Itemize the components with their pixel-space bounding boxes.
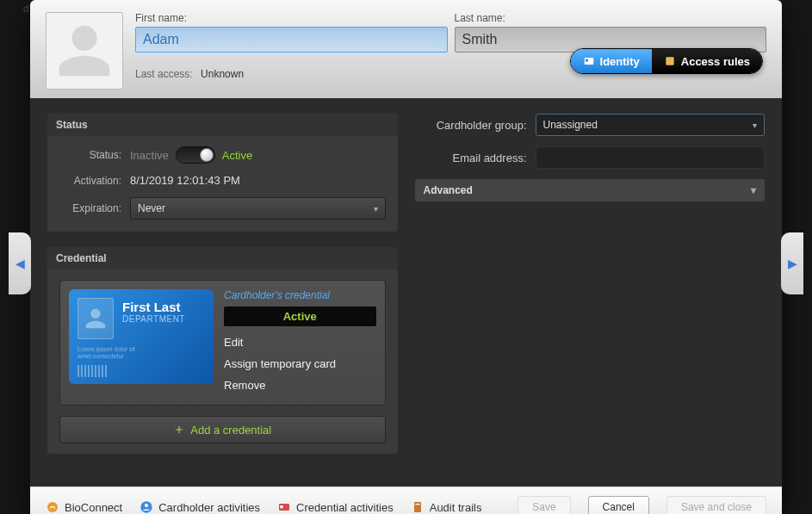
cardholder-activities-link[interactable]: Cardholder activities <box>139 500 260 514</box>
save-and-close-button[interactable]: Save and close <box>666 496 766 514</box>
credential-edit-link[interactable]: Edit <box>224 331 376 353</box>
credential-panel-title: Credential <box>47 247 398 269</box>
bioconnect-link[interactable]: BioConnect <box>46 500 122 514</box>
tab-identity[interactable]: Identity <box>571 49 652 73</box>
view-tabs: Identity Access rules <box>570 48 763 74</box>
status-active-text: Active <box>222 149 252 162</box>
credential-title: Cardholder's credential <box>224 289 376 301</box>
email-input[interactable] <box>536 146 766 169</box>
advanced-toggle[interactable]: Advanced <box>415 179 766 201</box>
id-card-preview: First Last DEPARTMENT Lorem ipsum dolor … <box>69 289 214 384</box>
credential-card[interactable]: First Last DEPARTMENT Lorem ipsum dolor … <box>59 280 386 406</box>
credential-panel: Credential First Last DEPARTMENT Lorem i… <box>47 247 398 454</box>
cardholder-dialog: First name: Last name: Last access: Unkn… <box>30 0 782 514</box>
credential-activities-link[interactable]: Credential activities <box>277 500 394 514</box>
status-panel-title: Status <box>47 114 398 136</box>
status-panel: Status Status: Inactive Active Activatio… <box>47 114 398 232</box>
tab-access-rules[interactable]: Access rules <box>652 49 762 73</box>
barcode-icon <box>77 365 107 377</box>
last-name-label: Last name: <box>455 12 767 24</box>
svg-rect-1 <box>585 59 587 62</box>
expiration-select[interactable]: Never <box>130 197 386 220</box>
first-name-label: First name: <box>135 12 448 24</box>
expiration-label: Expiration: <box>59 202 121 214</box>
save-button[interactable]: Save <box>518 496 570 514</box>
cardholder-group-select[interactable]: Unassigned <box>536 114 766 136</box>
id-card-dept: DEPARTMENT <box>77 314 205 324</box>
last-access-value: Unknown <box>201 68 244 80</box>
email-label: Email address: <box>415 152 527 164</box>
svg-point-5 <box>145 504 148 507</box>
cardholder-group-label: Cardholder group: <box>415 119 527 132</box>
svg-rect-9 <box>415 504 419 505</box>
audit-trails-link[interactable]: Audit trails <box>411 500 482 514</box>
activation-label: Activation: <box>59 175 121 187</box>
svg-rect-2 <box>666 57 673 65</box>
cancel-button[interactable]: Cancel <box>588 496 649 514</box>
svg-rect-7 <box>280 505 282 508</box>
credential-remove-link[interactable]: Remove <box>224 375 376 396</box>
status-label: Status: <box>59 149 121 161</box>
prev-record-arrow[interactable]: ◀ <box>9 232 31 294</box>
add-credential-button[interactable]: Add a credential <box>59 416 386 443</box>
dialog-header: First name: Last name: Last access: Unkn… <box>30 0 782 98</box>
svg-rect-8 <box>414 502 421 512</box>
dialog-footer: BioConnect Cardholder activities Credent… <box>30 486 782 514</box>
status-inactive-text: Inactive <box>130 149 169 162</box>
last-access-label: Last access: <box>135 68 193 80</box>
status-toggle[interactable] <box>176 146 215 164</box>
activation-value: 8/1/2019 12:01:43 PM <box>130 174 240 187</box>
credential-assign-link[interactable]: Assign temporary card <box>224 353 376 375</box>
next-record-arrow[interactable]: ▶ <box>781 232 803 294</box>
first-name-input[interactable] <box>135 27 448 53</box>
avatar-placeholder[interactable] <box>46 12 123 90</box>
credential-status-badge: Active <box>224 307 376 326</box>
